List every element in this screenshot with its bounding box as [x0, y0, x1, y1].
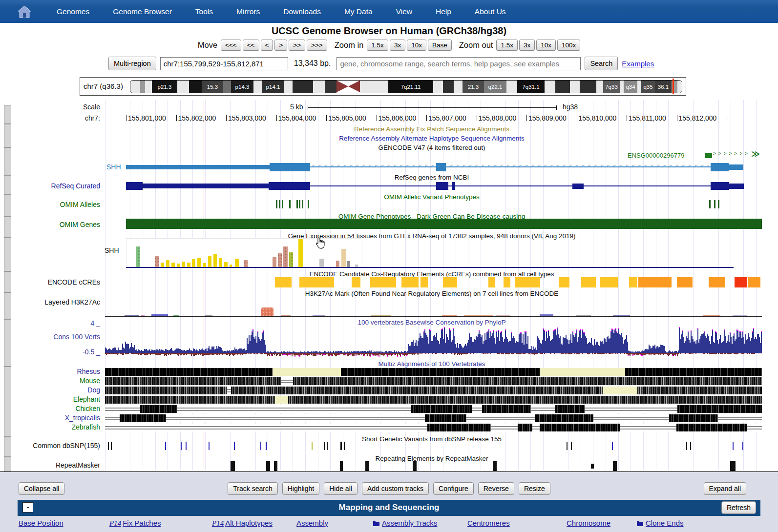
track-title[interactable]: Multiz Alignments of 100 Vertebrates — [102, 360, 762, 368]
gtex-bar[interactable] — [203, 263, 206, 267]
ccre-element[interactable] — [352, 277, 360, 287]
hide-all-button[interactable]: Hide all — [324, 482, 357, 495]
track-title[interactable]: Reference Assembly Alternate Haplotype S… — [102, 135, 762, 142]
track-link-clone-ends[interactable]: Clone Ends — [636, 519, 684, 527]
nav-item-downloads[interactable]: Downloads — [272, 7, 333, 16]
ccre-element[interactable] — [275, 277, 292, 287]
track-label-rhesus[interactable]: Rhesus — [0, 368, 100, 375]
chromosome-graphic[interactable]: p21.315.3p14.3p14.17q21.1121.3q22.17q31.… — [130, 80, 682, 93]
gtex-bar[interactable] — [155, 256, 159, 267]
gtex-bar[interactable] — [244, 260, 248, 267]
dbsnp-variant-tick[interactable] — [571, 442, 572, 450]
repeatmasker-element[interactable] — [274, 461, 277, 471]
track-link-base-position[interactable]: Base Position — [19, 519, 63, 527]
dbsnp-variant-tick[interactable] — [344, 442, 345, 450]
dbsnp-variant-tick[interactable] — [266, 442, 267, 450]
omim-allele-tick[interactable] — [299, 200, 300, 208]
gtex-bar[interactable] — [182, 262, 185, 267]
track-search-button[interactable]: Track search — [228, 482, 277, 495]
examples-link[interactable]: Examples — [622, 60, 654, 68]
gtex-bar[interactable] — [278, 253, 282, 267]
dbsnp-variant-tick[interactable] — [340, 442, 342, 450]
gtex-bar[interactable] — [187, 263, 190, 267]
gtex-bar[interactable] — [208, 256, 211, 267]
gtex-bar[interactable] — [161, 263, 164, 267]
track-label-chicken[interactable]: Chicken — [0, 405, 100, 412]
refseq-exon[interactable] — [711, 182, 729, 190]
search-button[interactable]: Search — [585, 57, 618, 70]
track-image[interactable]: 5 kb hg38 Scalechr7:SHHRefSeq CuratedOMI… — [0, 100, 778, 472]
zoom-out-button[interactable]: 10x — [536, 40, 556, 51]
refseq-exon[interactable] — [729, 184, 744, 189]
gtex-bar[interactable] — [341, 249, 346, 267]
track-label-cons-100-verts[interactable]: Cons 100 Verts — [0, 333, 100, 341]
ensg-gene-label[interactable]: ENSG00000296779 — [628, 152, 684, 159]
ensg-gene-box[interactable] — [705, 153, 712, 158]
track-title[interactable]: 100 vertebrates Basewise Conservation by… — [102, 319, 762, 326]
ccre-element[interactable] — [600, 277, 618, 287]
repeatmasker-element[interactable] — [231, 461, 235, 471]
gencode-exon[interactable] — [729, 164, 743, 170]
ccre-element[interactable] — [748, 277, 760, 287]
gtex-bar[interactable] — [219, 258, 222, 267]
dbsnp-variant-tick[interactable] — [186, 442, 187, 450]
omim-allele-tick[interactable] — [296, 200, 298, 208]
zoom-in-button[interactable]: 1.5x — [367, 40, 388, 51]
track-label-shh[interactable]: SHH — [105, 246, 119, 254]
track-title[interactable]: OMIM Allelic Variant Phenotypes — [102, 193, 762, 201]
repeatmasker-element[interactable] — [730, 461, 736, 471]
track-label-mouse[interactable]: Mouse — [0, 377, 100, 385]
repeatmasker-element[interactable] — [591, 464, 594, 469]
track-label-encode-ccres[interactable]: ENCODE cCREs — [0, 278, 100, 286]
track-link-assembly[interactable]: Assembly — [296, 519, 328, 527]
gencode-exon[interactable] — [270, 163, 310, 171]
track-link-centromeres[interactable]: Centromeres — [467, 519, 510, 527]
gtex-bar[interactable] — [177, 264, 180, 267]
repeatmasker-element[interactable] — [340, 461, 343, 471]
omim-allele-tick[interactable] — [718, 200, 719, 208]
move-button[interactable]: >> — [289, 40, 305, 51]
nav-item-genome-browser[interactable]: Genome Browser — [101, 7, 184, 16]
track-title[interactable]: Short Genetic Variants from dbSNP releas… — [102, 435, 762, 443]
search-input[interactable] — [336, 57, 581, 70]
ccre-element[interactable] — [443, 277, 457, 287]
dbsnp-variant-tick[interactable] — [165, 442, 166, 450]
dbsnp-variant-tick[interactable] — [742, 442, 743, 450]
ccre-element[interactable] — [709, 277, 725, 287]
refresh-button[interactable]: Refresh — [721, 501, 756, 514]
ccre-element[interactable] — [638, 277, 672, 287]
ccre-element[interactable] — [515, 277, 540, 287]
omim-allele-tick[interactable] — [302, 200, 303, 208]
zoom-in-button[interactable]: Base — [428, 40, 452, 51]
track-label-elephant[interactable]: Elephant — [0, 395, 100, 403]
track-title[interactable]: GENCODE V47 (4 items filtered out) — [102, 144, 762, 151]
track-drag-handle[interactable] — [4, 124, 11, 147]
ccre-element[interactable] — [581, 277, 596, 287]
refseq-exon[interactable] — [126, 182, 143, 190]
dbsnp-variant-tick[interactable] — [567, 442, 568, 450]
track-drag-handle[interactable] — [4, 147, 11, 175]
repeatmasker-element[interactable] — [365, 461, 369, 471]
nav-item-mirrors[interactable]: Mirrors — [225, 7, 272, 16]
omim-allele-tick[interactable] — [289, 200, 291, 208]
home-icon[interactable] — [18, 5, 31, 18]
track-title[interactable]: Repeating Elements by RepeatMasker — [102, 455, 762, 462]
zoom-out-button[interactable]: 1.5x — [496, 40, 518, 51]
zoom-out-button[interactable]: 100x — [557, 40, 580, 51]
dbsnp-variant-tick[interactable] — [327, 442, 328, 450]
dbsnp-variant-tick[interactable] — [612, 442, 613, 450]
repeatmasker-element[interactable] — [413, 461, 417, 471]
configure-button[interactable]: Configure — [433, 482, 474, 495]
gtex-bar[interactable] — [235, 259, 239, 267]
omim-allele-tick[interactable] — [282, 200, 283, 208]
dbsnp-variant-tick[interactable] — [111, 442, 112, 450]
refseq-exon[interactable] — [269, 182, 310, 190]
reverse-button[interactable]: Reverse — [478, 482, 514, 495]
gencode-exon[interactable] — [711, 163, 729, 171]
ccre-element[interactable] — [504, 277, 510, 287]
track-label-layered-h3k27ac[interactable]: Layered H3K27Ac — [0, 298, 100, 306]
zoom-in-button[interactable]: 10x — [407, 40, 426, 51]
ccre-element[interactable] — [735, 277, 747, 287]
track-title[interactable]: Reference Assembly Fix Patch Sequence Al… — [102, 125, 762, 133]
nav-item-tools[interactable]: Tools — [184, 7, 225, 16]
